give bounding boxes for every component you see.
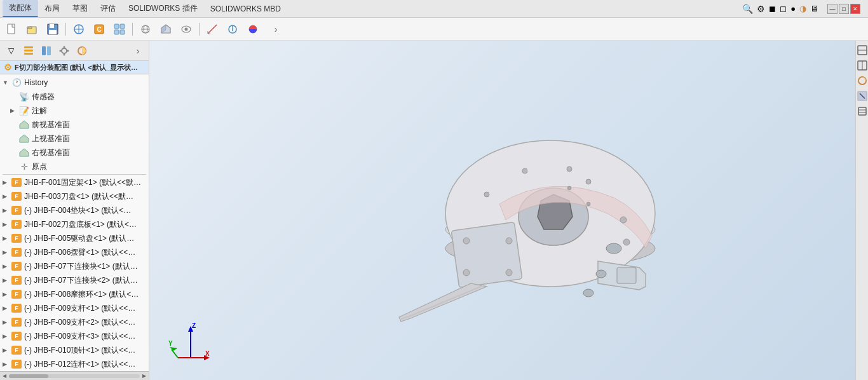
tree-item-history[interactable]: ▼ 🕐 History: [0, 76, 149, 90]
property-tab[interactable]: [38, 43, 55, 58]
tree-label-front-plane: 前视基准面: [32, 119, 70, 130]
svg-text:X: X: [205, 350, 210, 357]
tree-arrow-comp-12: ▶: [3, 333, 10, 339]
tree-item-comp-3[interactable]: ▶ F (-) JHB-F-004垫块<1> (默认<…: [0, 203, 149, 217]
tree-item-sensor[interactable]: 📡 传感器: [0, 90, 149, 104]
component-2-icon: F: [11, 191, 22, 202]
feature-tree[interactable]: ▼ 🕐 History 📡 传感器 ▶ 📝 注解: [0, 74, 149, 371]
tree-item-right-plane[interactable]: 右视基准面: [0, 146, 149, 159]
maximize-button[interactable]: □: [839, 4, 849, 14]
svg-point-58: [484, 192, 489, 197]
tree-item-comp-10[interactable]: ▶ F (-) JHB-F-009支杆<1> (默认<<…: [0, 301, 149, 315]
svg-point-62: [587, 202, 590, 206]
scroll-left-arrow[interactable]: ◀: [1, 373, 8, 379]
tree-label-comp-10: (-) JHB-F-009支杆<1> (默认<<…: [24, 303, 135, 314]
right-btn-4[interactable]: [857, 90, 868, 102]
menu-item-sketch[interactable]: 草图: [66, 1, 94, 17]
svg-rect-0: [8, 24, 15, 34]
tree-item-comp-9[interactable]: ▶ F (-) JHB-F-008摩擦环<1> (默认<…: [0, 287, 149, 301]
scroll-right-arrow[interactable]: ▶: [141, 373, 147, 379]
hide-show-button[interactable]: [177, 20, 196, 38]
svg-rect-27: [24, 46, 33, 48]
tree-item-comp-5[interactable]: ▶ F (-) JHB-F-005驱动盘<1> (默认…: [0, 231, 149, 245]
tree-item-comp-13[interactable]: ▶ F (-) JHB-F-010顶针<1> (默认<<…: [0, 343, 149, 357]
tree-label-top-plane: 上视基准面: [32, 133, 70, 144]
reference-button[interactable]: [223, 20, 242, 38]
tree-item-comp-14[interactable]: ▶ F (-) JHB-F-012连杆<1> (默认<<…: [0, 357, 149, 371]
menu-item-sw-mbd[interactable]: SOLIDWORKS MBD: [204, 2, 287, 16]
tree-item-comp-7[interactable]: ▶ F (-) JHB-F-07下连接块<1> (默认…: [0, 259, 149, 273]
tree-label-comp-6: (-) JHB-F-006摆臂<1> (默认<<…: [24, 247, 135, 258]
tree-separator-1: [3, 174, 146, 175]
view-button[interactable]: [136, 20, 155, 38]
filter-button[interactable]: ▽: [3, 43, 19, 58]
display-style-button[interactable]: [156, 20, 175, 38]
tree-item-comp-4[interactable]: ▶ F JHB-F-002刀盘底板<1> (默认<…: [0, 217, 149, 231]
open-button[interactable]: [23, 20, 42, 38]
separator-1: [65, 23, 66, 36]
component-10-icon: F: [11, 302, 22, 314]
measure-button[interactable]: [203, 20, 222, 38]
tree-item-comp-12[interactable]: ▶ F (-) JHB-F-009支杆<3> (默认<<…: [0, 329, 149, 343]
tree-label-sensor: 传感器: [32, 92, 55, 102]
tree-item-comp-11[interactable]: ▶ F (-) JHB-F-009支杆<2> (默认<<…: [0, 315, 149, 329]
main-layout: ▽ › ⚙ F切刀部分装配图 (默认 <默认_显示状… ▼: [0, 41, 868, 380]
menu-item-evaluate[interactable]: 评估: [94, 1, 122, 17]
settings-icon[interactable]: ⚙: [757, 4, 765, 14]
svg-point-24: [232, 25, 233, 27]
configuration-tab[interactable]: [56, 43, 72, 58]
component-button[interactable]: C: [90, 20, 109, 38]
tree-label-comp-14: (-) JHB-F-012连杆<1> (默认<<…: [24, 359, 135, 370]
component-1-icon: F: [11, 177, 22, 188]
search-icon[interactable]: 🔍: [742, 4, 753, 14]
color-button[interactable]: [243, 20, 262, 38]
left-toolbar: ▽ ›: [0, 41, 149, 61]
right-btn-2[interactable]: [857, 60, 868, 71]
mate-button[interactable]: [69, 20, 88, 38]
tree-arrow-comp-11: ▶: [3, 319, 10, 325]
tree-label-history: History: [24, 78, 48, 87]
close-button[interactable]: ✕: [850, 4, 860, 14]
tree-item-top-plane[interactable]: 上视基准面: [0, 132, 149, 146]
document-title-row: ⚙ F切刀部分装配图 (默认 <默认_显示状…: [0, 61, 149, 74]
tree-label-comp-9: (-) JHB-F-008摩擦环<1> (默认<…: [24, 289, 139, 300]
pattern-button[interactable]: [110, 20, 129, 38]
tree-arrow-annotation: ▶: [10, 107, 18, 114]
save-button[interactable]: [43, 20, 62, 38]
menu-item-assembly[interactable]: 装配体: [3, 0, 38, 17]
display-pane-tab[interactable]: [74, 43, 90, 58]
tree-arrow-comp-6: ▶: [3, 249, 10, 255]
tree-item-comp-2[interactable]: ▶ F JHB-F-003刀盘<1> (默认<<默…: [0, 189, 149, 203]
tree-item-comp-8[interactable]: ▶ F (-) JHB-F-07下连接块<2> (默认…: [0, 273, 149, 287]
3d-viewport[interactable]: Z X Y: [149, 41, 855, 380]
tree-item-comp-6[interactable]: ▶ F (-) JHB-F-006摆臂<1> (默认<<…: [0, 245, 149, 259]
component-13-icon: F: [11, 344, 22, 356]
cube-icon: ◼: [769, 4, 776, 13]
tree-item-origin[interactable]: ✛ 原点: [0, 159, 149, 173]
right-btn-3[interactable]: [857, 75, 868, 86]
tree-item-front-plane[interactable]: 前视基准面: [0, 118, 149, 132]
expand-toolbar-button[interactable]: ›: [266, 20, 285, 38]
menu-item-layout[interactable]: 布局: [38, 1, 66, 17]
svg-point-32: [62, 48, 67, 53]
svg-rect-13: [120, 30, 125, 34]
right-btn-1[interactable]: [857, 44, 868, 56]
scroll-track[interactable]: [9, 374, 140, 378]
scroll-thumb[interactable]: [9, 374, 48, 378]
separator-2: [132, 23, 133, 36]
tree-label-origin: 原点: [32, 161, 47, 172]
minimize-button[interactable]: —: [827, 4, 837, 14]
tree-item-annotation[interactable]: ▶ 📝 注解: [0, 104, 149, 118]
new-button[interactable]: [3, 20, 22, 38]
feature-tree-tab[interactable]: [20, 43, 37, 58]
horizontal-scrollbar[interactable]: ◀ ▶: [0, 371, 149, 380]
right-plane-icon: [18, 147, 30, 158]
tree-item-comp-1[interactable]: ▶ F JHB-F-001固定架<1> (默认<<默…: [0, 175, 149, 189]
svg-point-56: [567, 166, 572, 172]
tree-label-annotation: 注解: [32, 105, 47, 116]
menu-bar: 装配体 布局 草图 评估 SOLIDWORKS 插件 SOLIDWORKS MB…: [0, 0, 868, 18]
expand-panel-button[interactable]: ›: [130, 43, 146, 58]
right-btn-5[interactable]: [857, 105, 868, 117]
menu-item-sw-plugin[interactable]: SOLIDWORKS 插件: [122, 1, 204, 17]
svg-rect-30: [42, 46, 46, 55]
